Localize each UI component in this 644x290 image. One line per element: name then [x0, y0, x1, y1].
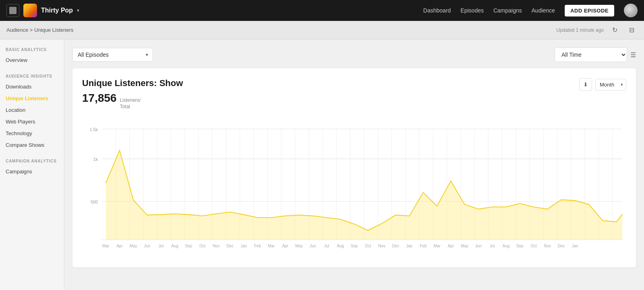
episodes-select[interactable]: All Episodes: [72, 48, 153, 62]
svg-text:Apr: Apr: [116, 244, 123, 248]
svg-text:Sep: Sep: [351, 244, 358, 248]
svg-text:1k: 1k: [93, 157, 98, 162]
nav-audience[interactable]: Audience: [532, 7, 555, 14]
chart-stat-row: 17,856 Listeners/ Total: [82, 92, 183, 110]
avatar[interactable]: [624, 4, 638, 17]
chart-container: 1.5k 1k 500: [82, 116, 626, 261]
svg-text:Mar: Mar: [433, 244, 440, 248]
svg-text:Oct: Oct: [365, 244, 371, 248]
add-episode-button[interactable]: ADD EPISODE: [565, 5, 614, 16]
svg-text:Jan: Jan: [572, 244, 578, 248]
svg-text:Jan: Jan: [406, 244, 413, 248]
sidebar-item-technology[interactable]: Technology: [0, 128, 64, 139]
updated-text: Updated 1 minute ago: [556, 27, 604, 33]
nav-left: Thirty Pop ▾: [6, 4, 79, 17]
month-select-wrapper: Month Week Day: [595, 79, 626, 90]
svg-text:Jun: Jun: [310, 244, 316, 248]
svg-text:May: May: [461, 244, 469, 248]
svg-text:Feb: Feb: [254, 244, 261, 248]
chart-card: Unique Listeners: Show 17,856 Listeners/…: [72, 68, 636, 267]
filter-right: All Time ☰: [555, 47, 636, 62]
svg-text:Jul: Jul: [490, 244, 495, 248]
sidebar-item-web-players[interactable]: Web Players: [0, 116, 64, 128]
nav-dashboard[interactable]: Dashboard: [423, 7, 451, 14]
nav-episodes[interactable]: Episodes: [460, 7, 484, 14]
basic-analytics-group: BASIC ANALYTICS Overview: [0, 47, 64, 66]
breadcrumb: Audience > Unique Listeners: [6, 27, 74, 33]
content-area: All Episodes All Time ☰ Unique Listeners…: [64, 39, 644, 290]
month-select[interactable]: Month Week Day: [595, 79, 626, 90]
svg-text:Feb: Feb: [420, 244, 427, 248]
sidebar-item-unique-listeners[interactable]: Unique Listeners: [0, 93, 64, 104]
nav-logo-inner: [9, 7, 17, 14]
svg-text:Oct: Oct: [199, 244, 205, 248]
svg-text:Jun: Jun: [144, 244, 151, 248]
svg-text:Jul: Jul: [324, 244, 329, 248]
sidebar-item-location[interactable]: Location: [0, 104, 64, 116]
download-button[interactable]: ⬇: [579, 78, 592, 91]
svg-text:Aug: Aug: [502, 244, 510, 248]
svg-text:Nov: Nov: [213, 244, 220, 248]
svg-text:Jun: Jun: [475, 244, 482, 248]
campaign-analytics-label: CAMPAIGN ANALYTICS: [0, 159, 64, 163]
svg-text:Sep: Sep: [185, 244, 192, 248]
svg-text:Aug: Aug: [337, 244, 344, 248]
svg-text:Apr: Apr: [448, 244, 454, 248]
chart-title: Unique Listeners: Show: [82, 78, 183, 88]
filters-row: All Episodes All Time ☰: [72, 47, 636, 62]
podcast-title: Thirty Pop: [41, 7, 73, 14]
breadcrumb-bar: Audience > Unique Listeners Updated 1 mi…: [0, 21, 644, 39]
filter-lines-icon[interactable]: ☰: [630, 51, 636, 59]
svg-text:May: May: [130, 244, 137, 248]
avatar-image: [624, 4, 638, 17]
chart-header: Unique Listeners: Show 17,856 Listeners/…: [82, 78, 626, 110]
sidebar-item-compare-shows[interactable]: Compare Shows: [0, 139, 64, 151]
audience-insights-label: AUDIENCE INSIGHTS: [0, 74, 64, 78]
basic-analytics-label: BASIC ANALYTICS: [0, 47, 64, 52]
sidebar-item-campaigns[interactable]: Campaigns: [0, 166, 64, 177]
top-navigation: Thirty Pop ▾ Dashboard Episodes Campaign…: [0, 0, 644, 21]
episodes-select-wrapper: All Episodes: [72, 48, 153, 62]
svg-text:Jan: Jan: [241, 244, 247, 248]
main-chart-svg: 1.5k 1k 500: [82, 116, 626, 261]
svg-text:Mar: Mar: [102, 244, 109, 248]
refresh-button[interactable]: ↻: [609, 24, 621, 36]
chart-controls: ⬇ Month Week Day: [579, 78, 626, 91]
podcast-icon: [23, 4, 37, 17]
breadcrumb-right: Updated 1 minute ago ↻ ⊟: [556, 24, 638, 36]
svg-text:Nov: Nov: [544, 244, 551, 248]
svg-text:Oct: Oct: [530, 244, 537, 248]
audience-insights-group: AUDIENCE INSIGHTS Downloads Unique Liste…: [0, 74, 64, 151]
svg-text:Dec: Dec: [227, 244, 233, 248]
sidebar-item-overview[interactable]: Overview: [0, 54, 64, 66]
svg-text:Dec: Dec: [392, 244, 399, 248]
main-layout: BASIC ANALYTICS Overview AUDIENCE INSIGH…: [0, 39, 644, 290]
svg-text:Aug: Aug: [171, 244, 179, 248]
svg-text:1.5k: 1.5k: [90, 127, 98, 132]
sidebar: BASIC ANALYTICS Overview AUDIENCE INSIGH…: [0, 39, 64, 290]
svg-text:Jul: Jul: [159, 244, 164, 248]
svg-text:500: 500: [91, 200, 98, 204]
stat-number: 17,856: [82, 92, 117, 105]
stat-label: Listeners/ Total: [120, 97, 141, 110]
sidebar-item-downloads[interactable]: Downloads: [0, 81, 64, 93]
svg-text:Dec: Dec: [558, 244, 565, 248]
nav-right: Dashboard Episodes Campaigns Audience AD…: [423, 4, 638, 17]
chart-title-area: Unique Listeners: Show 17,856 Listeners/…: [82, 78, 183, 110]
svg-text:May: May: [295, 244, 303, 248]
svg-text:Nov: Nov: [378, 244, 386, 248]
filter-icon-button[interactable]: ⊟: [625, 24, 638, 36]
nav-campaigns[interactable]: Campaigns: [493, 7, 522, 14]
nav-logo-box: [6, 4, 19, 17]
time-select[interactable]: All Time: [555, 47, 627, 62]
svg-text:Mar: Mar: [268, 244, 275, 248]
svg-text:Sep: Sep: [516, 244, 524, 248]
campaign-analytics-group: CAMPAIGN ANALYTICS Campaigns: [0, 159, 64, 177]
svg-text:Apr: Apr: [282, 244, 289, 248]
title-dropdown-icon[interactable]: ▾: [77, 8, 79, 13]
